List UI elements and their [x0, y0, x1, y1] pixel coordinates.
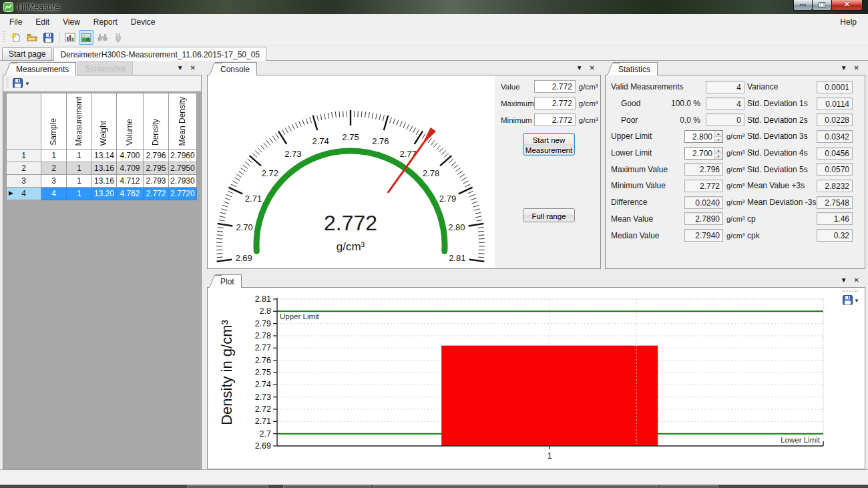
row-header[interactable]: ▶4: [7, 188, 41, 200]
tab-measurements[interactable]: Measurements: [11, 62, 76, 75]
screenshot-button[interactable]: [79, 30, 93, 45]
table-row[interactable]: ▶44113.204.7622.7722.7720: [7, 188, 197, 200]
statistic-row: Std. Deviation 1s0.0114: [747, 95, 853, 112]
y-tick-label: 2.81: [255, 294, 271, 304]
cell-mean-density[interactable]: 2.7720: [169, 188, 197, 200]
cell-density[interactable]: 2.796: [144, 150, 169, 162]
cell-measurement[interactable]: 1: [67, 188, 92, 200]
window-controls: ✕: [793, 0, 863, 11]
cell-weight[interactable]: 13.16: [92, 162, 117, 175]
column-header-label: Weight: [99, 121, 108, 146]
doc-tab-1[interactable]: DensimeterH300S-Measurement_11.06.2015-1…: [53, 47, 266, 61]
panel-menu-icon[interactable]: ▼: [841, 277, 847, 284]
cell-density[interactable]: 2.772: [144, 188, 169, 200]
column-header-weight[interactable]: Weight: [92, 93, 117, 150]
toolbar-grip[interactable]: [6, 77, 9, 89]
panel-menu-icon[interactable]: ▼: [841, 65, 847, 71]
cell-volume[interactable]: 4.709: [117, 162, 144, 175]
doc-tab-0[interactable]: Start page: [2, 47, 52, 60]
spin-down-icon[interactable]: ▼: [714, 153, 722, 159]
open-file-button[interactable]: [25, 30, 39, 45]
table-row[interactable]: 22113.164.7092.7952.7950: [7, 162, 197, 175]
menu-item-report[interactable]: Report: [87, 15, 124, 29]
cell-measurement[interactable]: 1: [67, 150, 92, 162]
cell-mean-density[interactable]: 2.7960: [169, 150, 197, 162]
cell-volume[interactable]: 4.712: [117, 175, 144, 188]
table-row[interactable]: 11113.144.7002.7962.7960: [7, 150, 197, 162]
tab-plot[interactable]: Plot: [215, 274, 242, 288]
y-tick-label: 2.8: [260, 306, 271, 316]
y-tick-label: 2.75: [255, 368, 271, 377]
gauge-tick-label: 2.79: [439, 194, 456, 204]
tab-console[interactable]: Console: [215, 62, 257, 75]
cell-measurement[interactable]: 1: [67, 162, 92, 175]
cell-weight[interactable]: 13.20: [92, 188, 117, 200]
cell-volume[interactable]: 4.762: [117, 188, 144, 200]
row-header[interactable]: 3: [7, 175, 41, 188]
statistic-unit: g/cm³: [723, 149, 744, 157]
full-range-button[interactable]: Full range: [523, 208, 575, 222]
row-header[interactable]: 2: [7, 162, 41, 175]
save-button[interactable]: [41, 30, 55, 45]
column-header-density[interactable]: Density: [144, 93, 169, 150]
column-header-sample[interactable]: Sample: [41, 93, 67, 150]
save-dropdown-caret-icon[interactable]: ▼: [25, 79, 30, 87]
cell-weight[interactable]: 13.16: [92, 175, 117, 188]
table-row[interactable]: 33113.164.7122.7932.7930: [7, 175, 197, 188]
menu-item-device[interactable]: Device: [124, 15, 162, 29]
cell-mean-density[interactable]: 2.7950: [169, 162, 197, 175]
cell-measurement[interactable]: 1: [67, 175, 92, 188]
row-header[interactable]: 1: [7, 150, 41, 162]
statistic-row: Lower Limit2.700▲▼g/cm³: [611, 145, 744, 162]
cell-density[interactable]: 2.795: [144, 162, 169, 175]
statistic-label: cpk: [747, 231, 760, 240]
gauge-unit: g/cm³: [337, 240, 365, 253]
statistic-value-box: 0.0240: [684, 196, 723, 209]
save-plot-control[interactable]: ▼: [843, 295, 859, 305]
new-document-button[interactable]: [9, 30, 23, 45]
gauge-tick-label: 2.80: [448, 222, 465, 232]
console-tabstrip: Console ▼ ✕: [207, 60, 601, 75]
limit-spinbox[interactable]: 2.800▲▼: [684, 130, 723, 143]
cell-sample[interactable]: 1: [41, 150, 67, 162]
cell-sample[interactable]: 3: [41, 175, 67, 188]
spin-down-icon[interactable]: ▼: [714, 136, 722, 142]
panel-close-icon[interactable]: ✕: [854, 65, 859, 71]
panel-close-icon[interactable]: ✕: [854, 277, 859, 284]
cell-sample[interactable]: 4: [41, 188, 67, 200]
cell-volume[interactable]: 4.700: [117, 150, 144, 162]
spin-up-icon[interactable]: ▲: [714, 148, 722, 153]
density-gauge: 2.692.702.712.722.732.742.752.762.772.78…: [208, 75, 495, 268]
menu-item-edit[interactable]: Edit: [29, 15, 56, 29]
statistic-unit: g/cm³: [723, 232, 744, 240]
column-header-mean-density[interactable]: Mean Density: [169, 93, 197, 150]
column-header-measurement[interactable]: Measurement: [67, 93, 92, 150]
restore-button[interactable]: [813, 0, 832, 11]
panel-menu-icon[interactable]: ▼: [576, 65, 583, 71]
cell-density[interactable]: 2.793: [144, 175, 169, 188]
minimize-button[interactable]: [793, 0, 813, 11]
statistics-left-column: Valid Measurements4Good100.0 %4Poor0.0 %…: [611, 79, 744, 244]
toolbar-grip[interactable]: [3, 31, 5, 43]
panel-menu-icon[interactable]: ▼: [177, 65, 184, 71]
statistic-label: Median Value: [611, 231, 660, 240]
limit-spinbox[interactable]: 2.700▲▼: [684, 147, 723, 160]
menu-item-view[interactable]: View: [56, 15, 87, 29]
close-button[interactable]: ✕: [832, 0, 863, 11]
panel-close-icon[interactable]: ✕: [590, 65, 595, 71]
statistic-row: Mean Value2.7890g/cm³: [611, 211, 744, 228]
save-measurements-icon[interactable]: [13, 78, 23, 88]
start-new-measurement-button[interactable]: Start new Measurement: [523, 133, 575, 156]
cell-weight[interactable]: 13.14: [92, 150, 117, 162]
menu-item-file[interactable]: File: [3, 15, 29, 29]
cell-mean-density[interactable]: 2.7930: [169, 175, 197, 188]
statistic-label: Std. Deviation 2s: [747, 115, 808, 125]
tab-statistics[interactable]: Statistics: [613, 62, 658, 75]
spin-up-icon[interactable]: ▲: [714, 131, 722, 136]
document-tab-bar: Start pageDensimeterH300S-Measurement_11…: [0, 46, 868, 61]
column-header-volume[interactable]: Volume: [117, 93, 144, 150]
chart-report-button[interactable]: [63, 30, 77, 45]
cell-sample[interactable]: 2: [41, 162, 67, 175]
panel-close-icon[interactable]: ✕: [190, 65, 196, 71]
menu-item-help[interactable]: Help: [831, 15, 865, 29]
